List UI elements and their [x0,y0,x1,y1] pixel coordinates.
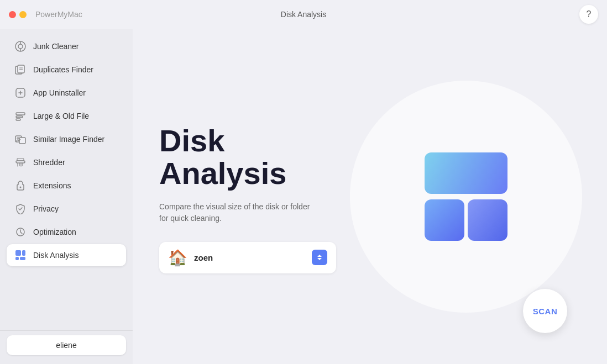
content-right: SCAN [347,42,585,351]
svg-rect-25 [468,199,507,241]
privacy-icon [14,203,27,215]
svg-rect-21 [15,257,19,260]
svg-point-1 [18,44,23,49]
sidebar-item-shredder-label: Shredder [33,158,65,167]
selector-home-icon: 🏠 [168,249,187,267]
window-title: Disk Analysis [281,10,326,19]
illustration-circle [350,81,582,313]
svg-rect-13 [19,138,25,144]
page-title: Disk Analysis [159,125,347,190]
titlebar-left: PowerMyMac [9,10,82,19]
svg-rect-15 [16,161,25,163]
content-area: Disk Analysis Compare the visual size of… [133,29,607,364]
sidebar-item-privacy-label: Privacy [33,204,59,213]
sidebar-item-disk-analysis-label: Disk Analysis [33,251,79,260]
sidebar-item-disk-analysis[interactable]: Disk Analysis [7,244,126,266]
svg-rect-22 [20,257,25,260]
sidebar: Junk Cleaner Duplicates Finder [0,29,133,364]
main-layout: Junk Cleaner Duplicates Finder [0,29,607,364]
sidebar-item-extensions-label: Extensions [33,181,71,190]
arrow-up-icon [317,255,322,257]
sidebar-item-shredder[interactable]: Shredder [7,151,126,173]
sidebar-item-optimization[interactable]: Optimization [7,221,126,243]
sidebar-item-optimization-label: Optimization [33,228,76,236]
arrow-down-icon [317,258,322,260]
sidebar-item-large-old-file[interactable]: Large & Old File [7,105,126,127]
sidebar-item-extensions[interactable]: Extensions [7,175,126,197]
svg-rect-24 [425,199,464,241]
junk-cleaner-icon [14,40,27,52]
sidebar-item-junk-cleaner[interactable]: Junk Cleaner [7,35,126,57]
traffic-light-yellow[interactable] [19,11,27,18]
sidebar-item-app-uninstaller-label: App Uninstaller [33,88,86,97]
traffic-light-red[interactable] [9,11,16,18]
disk-selector[interactable]: 🏠 zoen [159,242,336,273]
optimization-icon [14,226,27,238]
disk-analysis-icon [14,249,27,261]
sidebar-footer: eliene [0,330,133,360]
svg-rect-11 [16,119,20,120]
page-description: Compare the visual size of the disk or f… [159,201,314,224]
selector-arrows-button[interactable] [312,250,327,265]
similar-image-finder-icon [14,133,27,145]
svg-rect-19 [15,250,21,256]
duplicates-finder-icon [14,64,27,76]
scan-button-container: SCAN [523,289,567,333]
sidebar-item-large-old-file-label: Large & Old File [33,112,89,120]
large-old-file-icon [14,110,27,122]
svg-rect-9 [16,113,25,115]
extensions-icon [14,180,27,192]
sidebar-item-privacy[interactable]: Privacy [7,198,126,220]
scan-button[interactable]: SCAN [523,289,567,333]
page-title-line1: Disk [159,123,224,158]
sidebar-item-duplicates-finder[interactable]: Duplicates Finder [7,59,126,81]
svg-rect-23 [425,152,507,194]
app-name: PowerMyMac [35,10,82,19]
sidebar-item-duplicates-finder-label: Duplicates Finder [33,65,93,74]
svg-rect-20 [22,250,25,256]
app-uninstaller-icon [14,87,27,99]
svg-rect-10 [16,116,23,118]
sidebar-item-junk-cleaner-label: Junk Cleaner [33,42,79,51]
sidebar-item-similar-image-finder[interactable]: Similar Image Finder [7,128,126,150]
svg-point-14 [17,138,19,139]
help-button[interactable]: ? [579,5,598,24]
titlebar: PowerMyMac Disk Analysis ? [0,0,607,29]
shredder-icon [14,156,27,168]
titlebar-right: ? [579,5,598,24]
user-button[interactable]: eliene [7,335,126,355]
content-left: Disk Analysis Compare the visual size of… [159,42,347,351]
svg-rect-5 [18,65,24,73]
traffic-lights [9,11,27,18]
page-title-line2: Analysis [159,156,286,191]
selector-label: zoen [194,253,305,262]
sidebar-item-app-uninstaller[interactable]: App Uninstaller [7,82,126,104]
sidebar-items: Junk Cleaner Duplicates Finder [0,33,133,330]
svg-point-17 [20,187,22,188]
disk-analysis-illustration [411,147,521,246]
sidebar-item-similar-image-finder-label: Similar Image Finder [33,135,104,144]
